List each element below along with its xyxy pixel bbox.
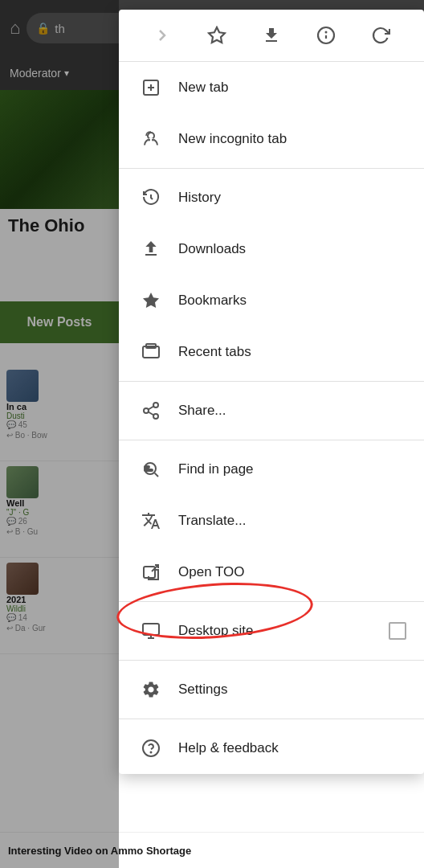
info-button[interactable] (312, 21, 340, 50)
svg-point-7 (148, 133, 154, 139)
svg-point-9 (148, 139, 150, 141)
menu-item-history[interactable]: History (119, 172, 424, 223)
dropdown-menu: New tab New incognito tab History (119, 10, 424, 774)
find-in-page-icon (137, 455, 165, 484)
overlay-dim (0, 0, 119, 868)
desktop-site-icon (137, 616, 165, 645)
new-tab-label: New tab (178, 80, 406, 96)
svg-marker-11 (143, 293, 159, 308)
downloads-icon (137, 235, 165, 264)
svg-line-17 (149, 412, 154, 416)
svg-line-18 (149, 407, 154, 410)
menu-item-share[interactable]: Share... (119, 385, 424, 436)
downloads-label: Downloads (178, 241, 406, 257)
svg-point-15 (144, 408, 149, 413)
translate-label: Translate... (178, 513, 406, 529)
history-icon (137, 183, 165, 212)
help-feedback-label: Help & feedback (178, 740, 406, 756)
bookmarks-icon (137, 286, 165, 315)
menu-item-open-too[interactable]: Open TOO (119, 547, 424, 598)
divider (119, 168, 424, 169)
find-in-page-label: Find in page (178, 461, 406, 477)
menu-toolbar (119, 10, 424, 62)
history-label: History (178, 190, 406, 206)
svg-line-20 (155, 473, 158, 477)
desktop-site-checkbox[interactable] (389, 622, 406, 640)
settings-label: Settings (178, 682, 406, 698)
share-icon (137, 396, 165, 425)
help-icon (137, 734, 165, 763)
divider (119, 660, 424, 661)
svg-rect-25 (143, 624, 159, 635)
menu-item-desktop-site[interactable]: Desktop site (119, 605, 424, 657)
share-label: Share... (178, 403, 406, 419)
menu-item-help-feedback[interactable]: Help & feedback (119, 723, 424, 774)
recent-tabs-icon (137, 338, 165, 366)
svg-rect-22 (145, 469, 153, 471)
menu-item-translate[interactable]: Translate... (119, 495, 424, 547)
divider (119, 381, 424, 382)
open-too-icon (137, 558, 165, 587)
bookmarks-label: Bookmarks (178, 293, 406, 309)
download-button[interactable] (257, 21, 286, 50)
svg-rect-23 (144, 567, 155, 578)
divider (119, 601, 424, 602)
menu-item-recent-tabs[interactable]: Recent tabs (119, 326, 424, 378)
svg-point-16 (153, 414, 158, 419)
svg-point-10 (152, 139, 154, 141)
forward-button[interactable] (148, 21, 177, 50)
menu-item-find-in-page[interactable]: Find in page (119, 444, 424, 495)
divider (119, 440, 424, 440)
open-too-label: Open TOO (178, 564, 406, 580)
menu-item-bookmarks[interactable]: Bookmarks (119, 275, 424, 326)
settings-icon (137, 675, 165, 704)
svg-point-14 (153, 403, 158, 407)
bookmark-button[interactable] (202, 21, 231, 50)
svg-marker-0 (209, 27, 225, 43)
desktop-site-label: Desktop site (178, 623, 389, 639)
incognito-icon (137, 125, 165, 154)
menu-item-settings[interactable]: Settings (119, 664, 424, 715)
new-incognito-tab-label: New incognito tab (178, 131, 406, 147)
menu-item-new-tab[interactable]: New tab (119, 62, 424, 113)
menu-item-downloads[interactable]: Downloads (119, 223, 424, 275)
divider (119, 719, 424, 719)
menu-item-new-incognito-tab[interactable]: New incognito tab (119, 113, 424, 165)
svg-rect-21 (145, 466, 149, 468)
new-tab-icon (137, 73, 165, 102)
refresh-button[interactable] (366, 21, 395, 50)
recent-tabs-label: Recent tabs (178, 344, 406, 360)
translate-icon (137, 506, 165, 535)
